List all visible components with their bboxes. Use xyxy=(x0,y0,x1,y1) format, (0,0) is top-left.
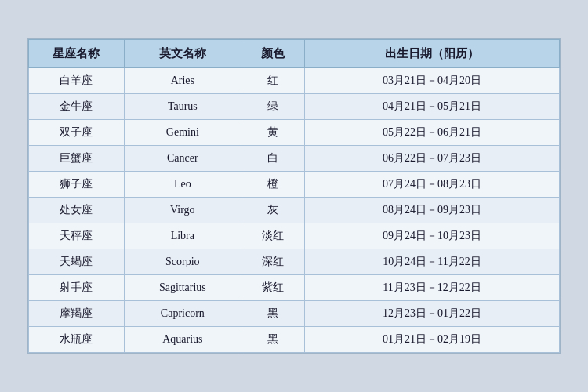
cell-date: 12月23日－01月22日 xyxy=(305,301,560,327)
table-row: 双子座Gemini黄05月22日－06月21日 xyxy=(29,120,560,146)
cell-color: 红 xyxy=(241,68,304,94)
cell-date: 07月24日－08月23日 xyxy=(305,172,560,198)
table-row: 狮子座Leo橙07月24日－08月23日 xyxy=(29,172,560,198)
table-row: 水瓶座Aquarius黑01月21日－02月19日 xyxy=(29,327,560,353)
cell-chinese: 双子座 xyxy=(29,120,125,146)
table-row: 摩羯座Capricorn黑12月23日－01月22日 xyxy=(29,301,560,327)
table-row: 天秤座Libra淡红09月24日－10月23日 xyxy=(29,223,560,249)
cell-chinese: 狮子座 xyxy=(29,172,125,198)
cell-english: Scorpio xyxy=(124,249,241,275)
table-row: 金牛座Taurus绿04月21日－05月21日 xyxy=(29,94,560,120)
cell-chinese: 水瓶座 xyxy=(29,327,125,353)
cell-color: 白 xyxy=(241,146,304,172)
cell-chinese: 金牛座 xyxy=(29,94,125,120)
cell-color: 灰 xyxy=(241,198,304,223)
table-header-row: 星座名称 英文名称 颜色 出生日期（阳历） xyxy=(29,40,560,68)
cell-date: 10月24日－11月22日 xyxy=(305,249,560,275)
zodiac-table-container: 星座名称 英文名称 颜色 出生日期（阳历） 白羊座Aries红03月21日－04… xyxy=(27,38,561,354)
cell-date: 08月24日－09月23日 xyxy=(305,198,560,223)
cell-date: 01月21日－02月19日 xyxy=(305,327,560,353)
cell-chinese: 巨蟹座 xyxy=(29,146,125,172)
cell-english: Aries xyxy=(124,68,241,94)
table-row: 白羊座Aries红03月21日－04月20日 xyxy=(29,68,560,94)
cell-english: Taurus xyxy=(124,94,241,120)
cell-english: Leo xyxy=(124,172,241,198)
cell-color: 黑 xyxy=(241,301,304,327)
cell-english: Aquarius xyxy=(124,327,241,353)
table-row: 射手座Sagittarius紫红11月23日－12月22日 xyxy=(29,275,560,301)
cell-color: 黄 xyxy=(241,120,304,146)
cell-english: Sagittarius xyxy=(124,275,241,301)
cell-english: Libra xyxy=(124,223,241,249)
cell-date: 09月24日－10月23日 xyxy=(305,223,560,249)
cell-date: 06月22日－07月23日 xyxy=(305,146,560,172)
table-row: 巨蟹座Cancer白06月22日－07月23日 xyxy=(29,146,560,172)
cell-color: 淡红 xyxy=(241,223,304,249)
cell-date: 11月23日－12月22日 xyxy=(305,275,560,301)
cell-english: Virgo xyxy=(124,198,241,223)
cell-color: 紫红 xyxy=(241,275,304,301)
cell-color: 黑 xyxy=(241,327,304,353)
table-row: 处女座Virgo灰08月24日－09月23日 xyxy=(29,198,560,223)
cell-date: 03月21日－04月20日 xyxy=(305,68,560,94)
header-color: 颜色 xyxy=(241,40,304,68)
cell-chinese: 天蝎座 xyxy=(29,249,125,275)
cell-english: Gemini xyxy=(124,120,241,146)
header-chinese: 星座名称 xyxy=(29,40,125,68)
cell-date: 04月21日－05月21日 xyxy=(305,94,560,120)
header-date: 出生日期（阳历） xyxy=(305,40,560,68)
header-english: 英文名称 xyxy=(124,40,241,68)
cell-color: 绿 xyxy=(241,94,304,120)
cell-chinese: 摩羯座 xyxy=(29,301,125,327)
cell-color: 深红 xyxy=(241,249,304,275)
cell-english: Cancer xyxy=(124,146,241,172)
cell-chinese: 射手座 xyxy=(29,275,125,301)
cell-chinese: 天秤座 xyxy=(29,223,125,249)
cell-chinese: 处女座 xyxy=(29,198,125,223)
cell-english: Capricorn xyxy=(124,301,241,327)
cell-chinese: 白羊座 xyxy=(29,68,125,94)
zodiac-table: 星座名称 英文名称 颜色 出生日期（阳历） 白羊座Aries红03月21日－04… xyxy=(28,39,560,353)
table-row: 天蝎座Scorpio深红10月24日－11月22日 xyxy=(29,249,560,275)
cell-color: 橙 xyxy=(241,172,304,198)
cell-date: 05月22日－06月21日 xyxy=(305,120,560,146)
